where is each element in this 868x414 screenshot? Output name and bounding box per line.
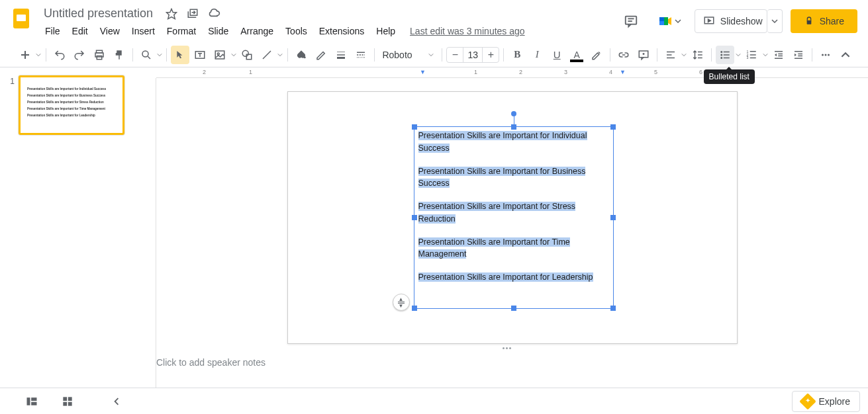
bulleted-list-dropdown[interactable]: [736, 52, 742, 58]
autofit-button[interactable]: ▲▼: [393, 294, 410, 311]
canvas-area: 2 1 ▼ 1 2 3 4 ▼ 5 6: [146, 67, 868, 388]
increase-indent-button[interactable]: [789, 46, 808, 64]
svg-rect-46: [750, 51, 756, 52]
meet-button[interactable]: [652, 11, 687, 32]
insert-comment-button[interactable]: [634, 46, 653, 64]
filmstrip-view-icon[interactable]: [24, 393, 40, 409]
paint-format-button[interactable]: [110, 46, 128, 64]
numbered-list-dropdown[interactable]: [762, 52, 768, 58]
resize-handle-tl[interactable]: [412, 124, 417, 130]
svg-rect-63: [31, 397, 36, 401]
explore-icon: [799, 393, 816, 409]
highlight-button[interactable]: [587, 46, 606, 64]
border-color-button[interactable]: [312, 46, 330, 64]
fill-color-button[interactable]: [292, 46, 311, 64]
resize-handle-br[interactable]: [610, 306, 616, 311]
resize-handle-tm[interactable]: [511, 124, 516, 130]
document-title[interactable]: Untitled presentation: [40, 5, 157, 22]
new-slide-dropdown[interactable]: [36, 52, 42, 58]
menu-slide[interactable]: Slide: [203, 23, 234, 39]
zoom-button[interactable]: [137, 46, 156, 64]
explore-button[interactable]: Explore: [792, 391, 860, 412]
slideshow-button[interactable]: Slideshow: [695, 9, 767, 33]
slide-canvas[interactable]: Presentation Skills are Important for In…: [287, 91, 738, 344]
last-edit-link[interactable]: Last edit was 3 minutes ago: [410, 26, 525, 36]
print-button[interactable]: [90, 46, 109, 64]
border-weight-button[interactable]: [332, 46, 350, 64]
svg-rect-66: [68, 397, 72, 401]
rotate-handle[interactable]: [511, 111, 516, 116]
bulleted-list-button[interactable]: Bulleted list: [716, 46, 734, 64]
line-spacing-button[interactable]: [689, 46, 707, 64]
svg-rect-41: [723, 54, 729, 56]
grid-view-icon[interactable]: [60, 393, 75, 409]
align-dropdown[interactable]: [681, 52, 687, 58]
decrease-indent-button[interactable]: [769, 46, 788, 64]
menu-format[interactable]: Format: [162, 23, 201, 39]
menu-arrange[interactable]: Arrange: [235, 23, 279, 39]
font-size-increase[interactable]: +: [483, 47, 499, 63]
shape-tool[interactable]: [238, 46, 256, 64]
new-slide-button[interactable]: [16, 46, 34, 64]
slide-number: 1: [5, 75, 15, 135]
menu-extensions[interactable]: Extensions: [314, 23, 369, 39]
svg-rect-67: [63, 401, 67, 405]
slideshow-dropdown[interactable]: [767, 9, 783, 33]
select-tool[interactable]: [171, 46, 189, 64]
cloud-status-icon[interactable]: [207, 7, 220, 21]
menu-help[interactable]: Help: [371, 23, 401, 39]
insert-link-button[interactable]: [614, 46, 633, 64]
comments-icon[interactable]: [618, 8, 644, 34]
title-area: Untitled presentation File Edit View Ins…: [40, 5, 618, 39]
slide-thumbnail-1[interactable]: 1 Presentation Skills are Important for …: [5, 75, 140, 135]
selected-text-box[interactable]: Presentation Skills are Important for In…: [414, 126, 614, 309]
svg-rect-42: [723, 57, 729, 58]
collapse-toolbar-button[interactable]: [836, 46, 855, 64]
star-icon[interactable]: [165, 7, 178, 21]
collapse-panel-icon[interactable]: [109, 393, 124, 409]
border-dash-button[interactable]: [352, 46, 370, 64]
resize-handle-mr[interactable]: [610, 215, 616, 220]
move-icon[interactable]: [186, 7, 199, 21]
slides-logo[interactable]: [8, 5, 34, 32]
menu-view[interactable]: View: [95, 23, 125, 39]
undo-button[interactable]: [50, 46, 69, 64]
text-box-content[interactable]: Presentation Skills are Important for In…: [414, 127, 613, 297]
menu-file[interactable]: File: [40, 23, 66, 39]
font-size-decrease[interactable]: −: [447, 47, 463, 63]
image-tool[interactable]: [211, 46, 229, 64]
speaker-notes[interactable]: Click to add speaker notes: [146, 351, 868, 388]
menu-tools[interactable]: Tools: [280, 23, 313, 39]
italic-button[interactable]: I: [528, 46, 546, 64]
align-button[interactable]: [661, 46, 680, 64]
font-size-input[interactable]: [463, 48, 483, 62]
svg-point-59: [822, 54, 824, 56]
share-button[interactable]: Share: [791, 9, 857, 33]
footer: Explore: [0, 388, 868, 414]
svg-line-17: [148, 56, 150, 59]
line-tool[interactable]: [258, 46, 276, 64]
textbox-tool[interactable]: [191, 46, 209, 64]
numbered-list-button[interactable]: 123: [742, 46, 761, 64]
resize-handle-bm[interactable]: [511, 306, 516, 311]
redo-button[interactable]: [70, 46, 89, 64]
notes-splitter[interactable]: [146, 345, 868, 351]
menu-edit[interactable]: Edit: [67, 23, 93, 39]
resize-handle-bl[interactable]: [412, 306, 417, 311]
font-family-select[interactable]: Roboto: [378, 46, 438, 64]
line-dropdown[interactable]: [277, 52, 283, 58]
image-dropdown[interactable]: [230, 52, 236, 58]
svg-rect-68: [68, 401, 72, 405]
more-button[interactable]: [816, 46, 835, 64]
header-right: Slideshow Share: [618, 5, 857, 34]
text-color-button[interactable]: A: [567, 46, 586, 64]
svg-point-61: [828, 54, 830, 56]
menu-insert[interactable]: Insert: [126, 23, 160, 39]
resize-handle-tr[interactable]: [610, 124, 616, 130]
zoom-dropdown[interactable]: [157, 52, 163, 58]
svg-point-23: [242, 50, 248, 56]
bold-button[interactable]: B: [508, 46, 526, 64]
resize-handle-ml[interactable]: [412, 215, 417, 220]
underline-button[interactable]: U: [548, 46, 566, 64]
bulleted-list-tooltip: Bulleted list: [704, 69, 755, 84]
